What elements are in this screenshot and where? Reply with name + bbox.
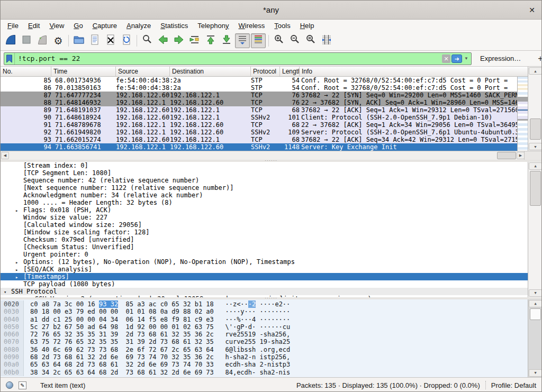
find-packet-button[interactable] (140, 33, 155, 48)
zoom-normal-button[interactable] (303, 33, 318, 48)
scroll-right-icon[interactable]: ▶ (517, 152, 525, 159)
go-to-top-button[interactable] (203, 33, 218, 48)
menu-edit[interactable]: Edit (23, 21, 44, 31)
detail-line[interactable]: Acknowledgment number: 34 (relative ack … (1, 192, 541, 199)
detail-line[interactable]: ▸[SEQ/ACK analysis] (1, 266, 541, 273)
detail-line[interactable]: Sequence number: 42 (relative sequence n… (1, 177, 541, 184)
menu-view[interactable]: View (44, 21, 69, 31)
hex-row-0040[interactable]: 0040a1 dd c1 25 00 00 04 34 06 14 f5 e8 … (1, 316, 541, 323)
hex-row-0060[interactable]: 006072 76 65 32 35 35 31 39 2d 73 68 61 … (1, 331, 541, 338)
packet-row-85[interactable]: 8568.001734936fe:54:00:d4:38:2aSTP54Conf… (1, 77, 517, 84)
detail-line[interactable]: ▾SSH Protocol (1, 288, 541, 295)
go-forward-button[interactable] (171, 33, 186, 48)
detail-line[interactable]: ▸[Timestamps] (1, 273, 541, 280)
expert-info-icon[interactable] (6, 381, 13, 389)
hex-row-00b0[interactable]: 00b038 34 2c 65 63 64 68 2d 73 68 61 32 … (1, 369, 541, 376)
col-header-no[interactable]: No. (1, 67, 51, 76)
hex-row-0050[interactable]: 00505c 27 b2 67 50 ad 64 98 1d 92 00 00 … (1, 323, 541, 331)
hex-row-0090[interactable]: 009068 2d 73 68 61 32 2d 6e 69 73 74 70 … (1, 353, 541, 361)
scroll-up-icon[interactable]: ▲ (529, 67, 542, 75)
detail-line[interactable]: [Next sequence number: 1122 (relative se… (1, 184, 541, 192)
menu-analyze[interactable]: Analyze (122, 21, 156, 31)
go-to-bottom-button[interactable] (219, 33, 234, 48)
col-header-length[interactable]: Length (280, 67, 300, 76)
hex-row-0080[interactable]: 008036 40 6c 69 62 73 73 68 2e 6f 72 67 … (1, 346, 541, 353)
display-filter-input[interactable]: !tcp.port == 22 ✕ ➜ ▼ (4, 52, 472, 65)
scrollbar-thumb[interactable] (530, 171, 541, 206)
packet-row-92[interactable]: 9271.661949820192.168.122.1192.168.122.6… (1, 129, 517, 136)
details-vscrollbar[interactable]: ▲ ▼ (528, 162, 541, 297)
packet-row-94[interactable]: 9471.663856741192.168.122.1192.168.122.6… (1, 143, 517, 151)
menu-tools[interactable]: Tools (269, 21, 295, 31)
start-capture-button[interactable] (3, 33, 18, 48)
menu-telephony[interactable]: Telephony (193, 21, 233, 31)
scroll-up-icon[interactable]: ▲ (529, 162, 541, 170)
hex-row-0020[interactable]: 0020c0 a8 7a 3c 00 16 93 32 85 a3 ac c0 … (1, 300, 541, 308)
zoom-in-button[interactable] (272, 33, 286, 48)
packet-row-86[interactable]: 8670.013850163fe:54:00:d4:38:2aSTP54Conf… (1, 84, 517, 92)
filter-clear-icon[interactable]: ✕ (442, 54, 450, 63)
packet-row-89[interactable]: 8971.648191037192.168.122.60192.168.122.… (1, 106, 517, 114)
close-file-button[interactable] (103, 33, 118, 48)
scrollbar-thumb[interactable] (497, 152, 516, 159)
restart-capture-button[interactable] (35, 33, 50, 48)
menu-help[interactable]: Help (295, 21, 319, 31)
add-filter-button[interactable]: + (534, 54, 542, 63)
menu-statistics[interactable]: Statistics (156, 21, 193, 31)
col-header-time[interactable]: Time (51, 67, 116, 76)
profile-text[interactable]: Profile: Default (491, 381, 536, 389)
capture-comment-icon[interactable]: ✎ (19, 381, 26, 389)
stop-capture-button[interactable] (19, 33, 34, 48)
col-header-info[interactable]: Info (300, 67, 541, 76)
filter-value[interactable]: !tcp.port == 22 (15, 54, 442, 62)
detail-line[interactable]: [TCP Segment Len: 1080] (1, 169, 541, 177)
go-back-button[interactable] (156, 33, 170, 48)
auto-scroll-button[interactable] (235, 33, 250, 48)
reload-file-button[interactable] (119, 33, 134, 48)
expand-arrow-icon[interactable]: ▸ (15, 207, 18, 214)
save-file-button[interactable] (87, 33, 102, 48)
expand-arrow-icon[interactable]: ▸ (15, 266, 18, 273)
detail-line[interactable]: ▸Flags: 0x018 (PSH, ACK) (1, 206, 541, 214)
scrollbar-thumb[interactable] (530, 118, 541, 140)
detail-line[interactable]: Window size value: 227 (1, 214, 541, 221)
hex-row-00a0[interactable]: 00a065 63 64 68 2d 73 68 61 32 2d 6e 69 … (1, 361, 541, 368)
zoom-out-button[interactable] (287, 33, 302, 48)
detail-line[interactable]: Urgent pointer: 0 (1, 251, 541, 258)
packet-row-93[interactable]: 9371.662015274192.168.122.60192.168.122.… (1, 136, 517, 143)
detail-line[interactable]: [Checksum Status: Unverified] (1, 243, 541, 251)
capture-options-button[interactable]: ⚙ (51, 33, 66, 48)
menu-go[interactable]: Go (69, 21, 87, 31)
expression-button[interactable]: Expression… (480, 54, 521, 62)
detail-line[interactable]: Checksum: 0x79ed [unverified] (1, 236, 541, 243)
expand-arrow-icon[interactable]: ▸ (15, 259, 18, 266)
detail-line[interactable]: [Calculated window size: 29056] (1, 221, 541, 229)
packet-list-vscrollbar[interactable]: ▲ ▼ (528, 67, 542, 151)
col-header-protocol[interactable]: Protocol (251, 67, 280, 76)
col-header-destination[interactable]: Destination (170, 67, 251, 76)
filter-bookmark-icon[interactable] (4, 53, 15, 65)
detail-line[interactable]: TCP payload (1080 bytes) (1, 280, 541, 288)
open-file-button[interactable] (71, 33, 86, 48)
detail-line[interactable]: ▸Options: (12 bytes), No-Operation (NOP)… (1, 258, 541, 266)
expand-arrow-icon[interactable]: ▸ (15, 274, 18, 280)
detail-line[interactable]: 1000 .... = Header Length: 32 bytes (8) (1, 199, 541, 206)
detail-line[interactable]: [Window size scaling factor: 128] (1, 229, 541, 236)
packet-row-90[interactable]: 9071.648618924192.168.122.60192.168.122.… (1, 114, 517, 121)
filter-apply-icon[interactable]: ➜ (451, 54, 462, 63)
scroll-down-icon[interactable]: ▼ (529, 289, 541, 297)
col-header-source[interactable]: Source (116, 67, 170, 76)
filter-dropdown-icon[interactable]: ▼ (463, 56, 471, 61)
scrollbar-thumb[interactable] (530, 308, 541, 320)
colorize-button[interactable] (251, 33, 266, 48)
intelligent-scrollbar-minimap[interactable] (517, 77, 528, 151)
scroll-down-icon[interactable]: ▼ (529, 369, 541, 377)
hex-row-0070[interactable]: 007063 75 72 76 65 32 35 35 31 39 2d 73 … (1, 338, 541, 345)
scroll-up-icon[interactable]: ▲ (529, 300, 541, 307)
close-icon[interactable]: ✕ (527, 5, 537, 15)
packet-row-87[interactable]: 8771.647777234192.168.122.60192.168.122.… (1, 92, 517, 99)
bytes-vscrollbar[interactable]: ▲ ▼ (528, 299, 541, 377)
menu-capture[interactable]: Capture (88, 21, 122, 31)
scroll-left-icon[interactable]: ◀ (1, 152, 9, 159)
go-to-packet-button[interactable] (187, 33, 202, 48)
